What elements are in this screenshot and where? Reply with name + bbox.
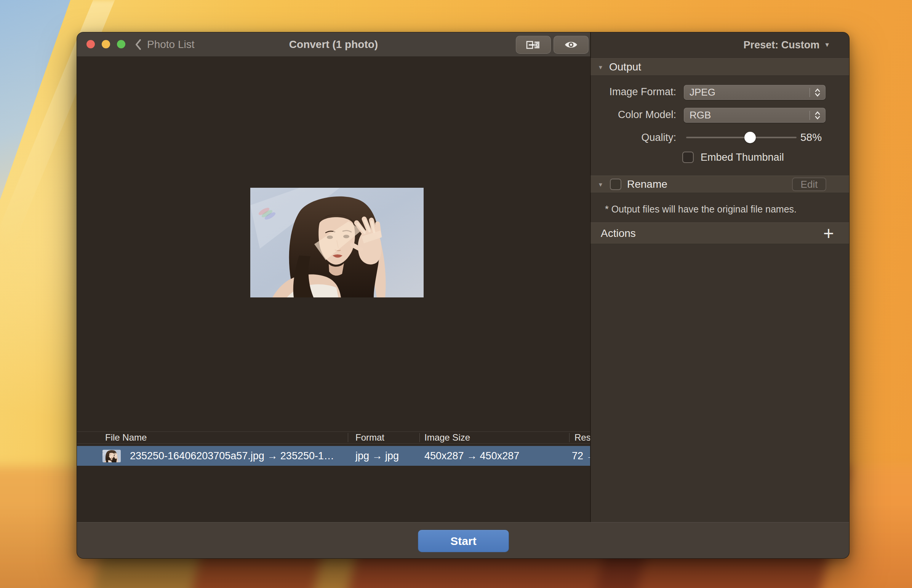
cell-format: jpg → jpg bbox=[356, 446, 399, 466]
output-section-header[interactable]: ▼ Output bbox=[590, 58, 849, 76]
close-window-button[interactable] bbox=[86, 40, 95, 48]
chevron-down-icon: ▼ bbox=[824, 42, 830, 48]
preset-label: Preset: Custom bbox=[744, 39, 820, 51]
minimize-window-button[interactable] bbox=[102, 40, 110, 48]
add-action-button[interactable]: + bbox=[823, 224, 834, 242]
preview-button[interactable] bbox=[553, 36, 589, 54]
image-format-dropdown[interactable]: JPEG bbox=[684, 85, 826, 100]
file-table-header[interactable]: File Name Format Image Size Resolution bbox=[77, 431, 590, 444]
actions-section-title: Actions bbox=[601, 227, 636, 239]
color-model-value: RGB bbox=[684, 109, 810, 121]
quality-slider[interactable] bbox=[686, 132, 797, 143]
rename-note: * Output files will have the original fi… bbox=[605, 204, 834, 215]
titlebar[interactable]: Photo List Convert (1 photo) bbox=[77, 32, 590, 57]
cell-image-size: 450x287 → 450x287 bbox=[424, 446, 519, 466]
preset-selector[interactable]: Preset: Custom ▼ bbox=[744, 32, 830, 58]
embed-thumbnail-label[interactable]: Embed Thumbnail bbox=[700, 150, 784, 164]
sidebar-divider bbox=[590, 32, 591, 522]
color-model-label: Color Model: bbox=[590, 108, 676, 122]
column-separator[interactable] bbox=[419, 433, 420, 442]
rename-section-header[interactable]: ▼ Rename Edit bbox=[590, 176, 849, 193]
file-thumbnail bbox=[102, 450, 121, 462]
color-model-dropdown[interactable]: RGB bbox=[684, 108, 826, 123]
start-button[interactable]: Start bbox=[418, 530, 509, 552]
convert-export-button[interactable] bbox=[516, 36, 551, 54]
cell-file-name: 235250-16406203705a57.jpg → 235250-1… bbox=[130, 446, 334, 466]
column-header-resolution[interactable]: Resolution bbox=[574, 432, 590, 443]
disclosure-triangle-icon[interactable]: ▼ bbox=[598, 64, 603, 71]
up-down-chevrons-icon bbox=[810, 110, 825, 120]
zoom-window-button[interactable] bbox=[117, 40, 125, 48]
export-icon bbox=[526, 40, 540, 50]
back-to-photo-list-button[interactable]: Photo List bbox=[135, 37, 195, 53]
column-header-image-size[interactable]: Image Size bbox=[424, 432, 470, 443]
column-separator[interactable] bbox=[348, 433, 348, 442]
quality-label: Quality: bbox=[590, 131, 676, 144]
cell-resolution: 72 → bbox=[572, 446, 590, 466]
image-format-label: Image Format: bbox=[590, 85, 676, 99]
up-down-chevrons-icon bbox=[810, 87, 825, 97]
settings-sidebar: Preset: Custom ▼ ▼ Output Image Format: … bbox=[590, 32, 849, 522]
chevron-left-icon bbox=[135, 39, 142, 50]
actions-section-header[interactable]: Actions + bbox=[590, 222, 849, 244]
rename-section-title: Rename bbox=[627, 178, 668, 191]
quality-value: 58% bbox=[800, 131, 835, 144]
column-header-file-name[interactable]: File Name bbox=[105, 432, 147, 443]
eye-icon bbox=[564, 40, 578, 50]
photo-preview[interactable] bbox=[250, 188, 424, 297]
column-header-format[interactable]: Format bbox=[356, 432, 384, 443]
output-section-title: Output bbox=[609, 61, 641, 73]
back-button-label: Photo List bbox=[147, 39, 195, 51]
quality-slider-knob[interactable] bbox=[744, 132, 756, 143]
quality-slider-track[interactable] bbox=[686, 137, 797, 138]
rename-edit-button[interactable]: Edit bbox=[792, 178, 826, 191]
column-separator[interactable] bbox=[569, 433, 569, 442]
file-table-row-selected[interactable]: 235250-16406203705a57.jpg → 235250-1… jp… bbox=[77, 446, 590, 466]
app-window: Photo List Convert (1 photo) bbox=[76, 32, 849, 559]
preview-area: File Name Format Image Size Resolution 2… bbox=[77, 57, 590, 522]
image-format-value: JPEG bbox=[684, 86, 810, 98]
rename-checkbox[interactable] bbox=[610, 179, 621, 190]
bottom-bar: Start bbox=[77, 522, 849, 559]
embed-thumbnail-checkbox[interactable] bbox=[682, 152, 694, 163]
disclosure-triangle-icon[interactable]: ▼ bbox=[598, 181, 603, 188]
